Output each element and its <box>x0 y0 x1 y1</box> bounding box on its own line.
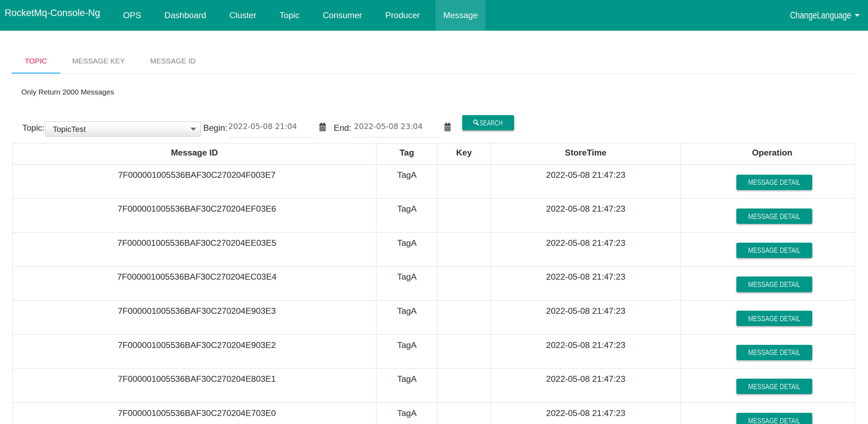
cell-operation: MESSAGE DETAIL <box>681 198 855 233</box>
cell-tag: TagA <box>377 232 437 266</box>
change-language-menu[interactable]: ChangeLanguage <box>776 9 860 21</box>
cell-message-id: 7F000001005536BAF30C270204E903E2 <box>13 334 377 369</box>
brand[interactable]: RocketMq-Console-Ng <box>0 0 108 31</box>
tab-message-id[interactable]: MESSAGE ID <box>137 50 209 74</box>
search-button[interactable]: SEARCH <box>462 115 514 130</box>
message-detail-button-label: MESSAGE DETAIL <box>748 177 800 187</box>
cell-operation: MESSAGE DETAIL <box>681 232 855 266</box>
cell-store-time: 2022-05-08 21:47:23 <box>491 403 681 424</box>
cell-key <box>437 266 491 301</box>
cell-tag: TagA <box>377 301 437 335</box>
message-detail-button[interactable]: MESSAGE DETAIL <box>736 379 812 394</box>
column-header-message-id: Message ID <box>13 143 377 164</box>
cell-store-time: 2022-05-08 21:47:23 <box>491 334 681 369</box>
cell-store-time: 2022-05-08 21:47:23 <box>491 198 681 233</box>
topic-label: Topic: <box>22 121 45 135</box>
message-detail-button-label: MESSAGE DETAIL <box>748 280 800 289</box>
cell-tag: TagA <box>377 369 437 403</box>
cell-operation: MESSAGE DETAIL <box>681 403 855 424</box>
cell-message-id: 7F000001005536BAF30C270204E803E1 <box>13 369 377 403</box>
change-language-label: ChangeLanguage <box>790 9 851 21</box>
cell-message-id: 7F000001005536BAF30C270204E703E0 <box>13 403 377 424</box>
message-detail-button-label: MESSAGE DETAIL <box>748 245 800 255</box>
end-calendar-icon[interactable] <box>444 123 451 133</box>
column-header-operation: Operation <box>681 143 855 164</box>
nav-item-dashboard[interactable]: Dashboard <box>157 0 214 31</box>
nav-item-producer[interactable]: Producer <box>378 0 427 31</box>
tab-topic[interactable]: TOPIC <box>11 50 60 74</box>
caret-down-icon <box>855 14 860 17</box>
search-form: Topic: TopicTest Begin: End: <box>12 121 856 137</box>
begin-time-input[interactable] <box>228 121 312 137</box>
cell-message-id: 7F000001005536BAF30C270204F003E7 <box>13 164 377 198</box>
cell-key <box>437 369 491 403</box>
column-header-key: Key <box>437 143 491 164</box>
nav-item-topic[interactable]: Topic <box>272 0 307 31</box>
end-label: End: <box>334 121 351 135</box>
cell-operation: MESSAGE DETAIL <box>681 164 855 198</box>
table-row: 7F000001005536BAF30C270204EF03E6TagA2022… <box>13 198 855 233</box>
topic-select[interactable]: TopicTest <box>45 121 201 137</box>
table-row: 7F000001005536BAF30C270204F003E7TagA2022… <box>13 164 855 198</box>
table-row: 7F000001005536BAF30C270204EE03E5TagA2022… <box>13 232 855 266</box>
cell-key <box>437 301 491 335</box>
nav-right: ChangeLanguage <box>776 0 868 31</box>
main-content: TOPICMESSAGE KEYMESSAGE ID Only Return 2… <box>0 50 868 424</box>
begin-calendar-icon[interactable] <box>319 123 326 133</box>
begin-label: Begin: <box>203 121 227 135</box>
message-detail-button[interactable]: MESSAGE DETAIL <box>736 311 812 326</box>
table-row: 7F000001005536BAF30C270204E803E1TagA2022… <box>13 369 855 403</box>
message-detail-button[interactable]: MESSAGE DETAIL <box>736 209 812 224</box>
message-detail-button-label: MESSAGE DETAIL <box>748 212 800 221</box>
message-detail-button-label: MESSAGE DETAIL <box>748 382 800 391</box>
message-detail-button-label: MESSAGE DETAIL <box>748 348 800 357</box>
messages-limit-note: Only Return 2000 Messages <box>21 87 856 97</box>
cell-store-time: 2022-05-08 21:47:23 <box>491 164 681 198</box>
cell-message-id: 7F000001005536BAF30C270204EE03E5 <box>13 232 377 266</box>
cell-operation: MESSAGE DETAIL <box>681 334 855 369</box>
message-detail-button[interactable]: MESSAGE DETAIL <box>736 413 812 424</box>
cell-operation: MESSAGE DETAIL <box>681 369 855 403</box>
column-header-storetime: StoreTime <box>491 143 681 164</box>
nav-list: OPSDashboardClusterTopicConsumerProducer… <box>108 0 486 31</box>
message-detail-button[interactable]: MESSAGE DETAIL <box>736 345 812 360</box>
cell-store-time: 2022-05-08 21:47:23 <box>491 232 681 266</box>
cell-tag: TagA <box>377 334 437 369</box>
cell-store-time: 2022-05-08 21:47:23 <box>491 369 681 403</box>
select-caret-icon <box>191 128 196 131</box>
table-row: 7F000001005536BAF30C270204E903E2TagA2022… <box>13 334 855 369</box>
cell-key <box>437 403 491 424</box>
cell-tag: TagA <box>377 266 437 301</box>
search-mode-tabs: TOPICMESSAGE KEYMESSAGE ID <box>11 50 856 74</box>
message-detail-button[interactable]: MESSAGE DETAIL <box>736 277 812 292</box>
message-detail-button-label: MESSAGE DETAIL <box>748 314 800 323</box>
message-detail-button-label: MESSAGE DETAIL <box>748 416 800 424</box>
cell-message-id: 7F000001005536BAF30C270204EF03E6 <box>13 198 377 233</box>
column-header-tag: Tag <box>377 143 437 164</box>
cell-key <box>437 164 491 198</box>
cell-key <box>437 232 491 266</box>
message-detail-button[interactable]: MESSAGE DETAIL <box>736 175 812 190</box>
cell-tag: TagA <box>377 198 437 233</box>
end-time-input[interactable] <box>354 121 438 137</box>
search-button-label: SEARCH <box>480 118 503 128</box>
cell-store-time: 2022-05-08 21:47:23 <box>491 301 681 335</box>
cell-store-time: 2022-05-08 21:47:23 <box>491 266 681 301</box>
messages-table: Message IDTagKeyStoreTimeOperation 7F000… <box>12 143 855 424</box>
topic-select-value: TopicTest <box>53 124 86 134</box>
nav-item-cluster[interactable]: Cluster <box>222 0 264 31</box>
search-icon <box>473 118 479 128</box>
cell-operation: MESSAGE DETAIL <box>681 266 855 301</box>
cell-message-id: 7F000001005536BAF30C270204E903E3 <box>13 301 377 335</box>
nav-item-message[interactable]: Message <box>435 0 485 31</box>
nav-item-consumer[interactable]: Consumer <box>315 0 370 31</box>
table-header: Message IDTagKeyStoreTimeOperation <box>13 143 855 164</box>
cell-key <box>437 334 491 369</box>
tab-message-key[interactable]: MESSAGE KEY <box>59 50 138 74</box>
navbar: RocketMq-Console-Ng OPSDashboardClusterT… <box>0 0 868 31</box>
cell-tag: TagA <box>377 164 437 198</box>
nav-item-ops[interactable]: OPS <box>115 0 149 31</box>
message-detail-button[interactable]: MESSAGE DETAIL <box>736 243 812 258</box>
cell-tag: TagA <box>377 403 437 424</box>
table-row: 7F000001005536BAF30C270204E903E3TagA2022… <box>13 301 855 335</box>
